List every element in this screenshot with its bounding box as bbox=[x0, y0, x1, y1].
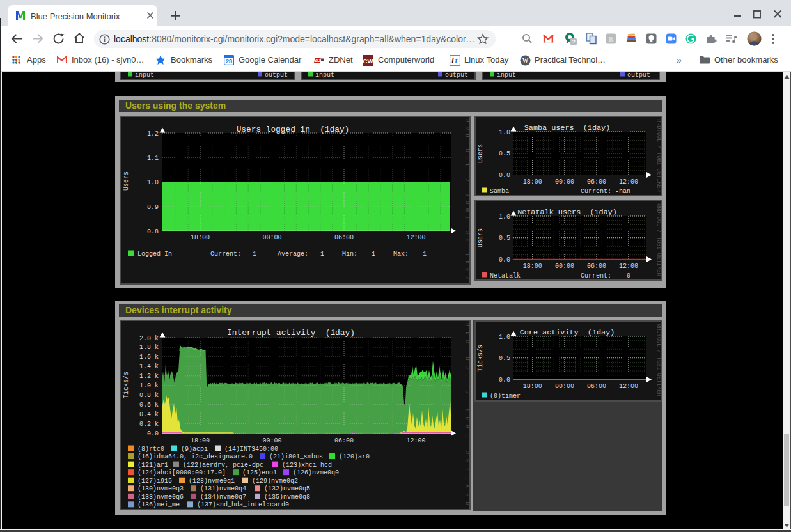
svg-text:(137)snd_hda_intel:card0: (137)snd_hda_intel:card0 bbox=[197, 501, 289, 508]
svg-text:1: 1 bbox=[372, 251, 375, 258]
svg-text:1.0: 1.0 bbox=[499, 129, 510, 136]
svg-text:18:00: 18:00 bbox=[523, 383, 542, 390]
svg-text:(133)nvme0q6: (133)nvme0q6 bbox=[137, 494, 184, 501]
svg-text:(0)timer: (0)timer bbox=[490, 393, 521, 400]
svg-text:28: 28 bbox=[226, 58, 232, 65]
svg-text:12:00: 12:00 bbox=[406, 437, 425, 444]
svg-text:18:00: 18:00 bbox=[523, 263, 542, 270]
svg-text:RRDTOOL / TOBI OETIKER: RRDTOOL / TOBI OETIKER bbox=[655, 324, 661, 397]
svg-text:06:00: 06:00 bbox=[587, 178, 606, 185]
svg-text:CW: CW bbox=[363, 58, 373, 65]
svg-text:ZD: ZD bbox=[315, 58, 320, 63]
svg-text:(127)i915: (127)i915 bbox=[137, 478, 172, 485]
svg-text:0.4 k: 0.4 k bbox=[139, 411, 159, 418]
svg-text:18:00: 18:00 bbox=[523, 178, 542, 185]
svg-text:(122)aerdrv, pcie-dpc: (122)aerdrv, pcie-dpc bbox=[183, 462, 263, 469]
svg-text:Max:: Max: bbox=[393, 251, 409, 258]
svg-text:(135)nvme0q8: (135)nvme0q8 bbox=[264, 494, 310, 501]
svg-text:1.0: 1.0 bbox=[147, 179, 159, 186]
svg-text:0.6 k: 0.6 k bbox=[139, 402, 159, 409]
svg-text:Users logged in (1day): Users logged in (1day) bbox=[237, 125, 350, 134]
svg-text:0.0: 0.0 bbox=[499, 256, 510, 263]
svg-text:18:00: 18:00 bbox=[191, 234, 210, 241]
svg-text:Samba users (1day): Samba users (1day) bbox=[524, 123, 611, 132]
svg-text:(121)ar1: (121)ar1 bbox=[137, 462, 168, 469]
svg-text:2.0 k: 2.0 k bbox=[139, 335, 159, 342]
svg-text:06:00: 06:00 bbox=[334, 437, 354, 444]
svg-text:00:00: 00:00 bbox=[555, 383, 574, 390]
svg-text:(120)ar0: (120)ar0 bbox=[339, 453, 370, 460]
svg-text:Ticks/s: Ticks/s bbox=[123, 372, 130, 398]
svg-text:00:00: 00:00 bbox=[262, 234, 281, 241]
svg-text:input: input bbox=[315, 72, 334, 79]
svg-text:(136)mei_me: (136)mei_me bbox=[137, 501, 180, 508]
svg-text:RRDTOOL / TOBI OETIKER: RRDTOOL / TOBI OETIKER bbox=[464, 323, 469, 506]
svg-text:0.0: 0.0 bbox=[147, 430, 159, 437]
svg-text:(9)acpi: (9)acpi bbox=[181, 446, 208, 453]
svg-text:Current: 0: Current: 0 bbox=[581, 272, 630, 279]
svg-text:(126)nvme0q0: (126)nvme0q0 bbox=[293, 469, 339, 476]
svg-text:0.5: 0.5 bbox=[499, 150, 510, 157]
svg-text:1.2 k: 1.2 k bbox=[139, 373, 159, 380]
svg-text:output: output bbox=[445, 72, 468, 79]
svg-text:RRDTOOL / TOBI OETIKER: RRDTOOL / TOBI OETIKER bbox=[655, 119, 661, 192]
svg-text:1.0: 1.0 bbox=[499, 214, 510, 221]
svg-text:0.0: 0.0 bbox=[499, 377, 510, 384]
svg-text:Core activity (1day): Core activity (1day) bbox=[520, 328, 615, 337]
svg-text:1.4 k: 1.4 k bbox=[139, 363, 159, 370]
svg-text:00:00: 00:00 bbox=[555, 263, 574, 270]
svg-text:0.0: 0.0 bbox=[499, 172, 510, 179]
svg-text:input: input bbox=[497, 72, 516, 79]
svg-text:(16)idma64.0, i2c_designware.0: (16)idma64.0, i2c_designware.0 bbox=[137, 453, 253, 460]
svg-text:Samba: Samba bbox=[490, 188, 509, 195]
svg-text:1: 1 bbox=[253, 251, 256, 258]
svg-text:RRDTOOL / TOBI OETIKER: RRDTOOL / TOBI OETIKER bbox=[655, 203, 661, 277]
svg-text:(131)nvme0q4: (131)nvme0q4 bbox=[200, 485, 246, 492]
svg-text:R: R bbox=[609, 36, 614, 43]
svg-text:0.8: 0.8 bbox=[147, 228, 159, 235]
svg-text:input: input bbox=[135, 72, 154, 79]
svg-text:06:00: 06:00 bbox=[587, 263, 606, 270]
svg-text:Netatalk: Netatalk bbox=[490, 272, 521, 279]
svg-text:1: 1 bbox=[423, 251, 427, 258]
svg-text:(128)nvme0q1: (128)nvme0q1 bbox=[189, 478, 235, 485]
svg-text:(132)nvme0q5: (132)nvme0q5 bbox=[264, 485, 310, 492]
svg-text:W: W bbox=[522, 58, 529, 64]
svg-text:(125)eno1: (125)eno1 bbox=[242, 469, 277, 476]
svg-text:Interrupt activity (1day): Interrupt activity (1day) bbox=[227, 328, 355, 338]
svg-text:0.2 k: 0.2 k bbox=[139, 421, 159, 428]
svg-text:1.2: 1.2 bbox=[147, 130, 159, 137]
svg-text:1.8 k: 1.8 k bbox=[139, 344, 159, 351]
svg-text:?: ? bbox=[572, 38, 576, 45]
svg-text:12:00: 12:00 bbox=[619, 178, 638, 185]
svg-text:1: 1 bbox=[320, 251, 324, 258]
svg-text:12:00: 12:00 bbox=[406, 234, 425, 241]
svg-text:00:00: 00:00 bbox=[555, 178, 574, 185]
svg-text:Min:: Min: bbox=[342, 251, 357, 258]
svg-text:12:00: 12:00 bbox=[619, 383, 638, 390]
svg-text:(8)rtc0: (8)rtc0 bbox=[137, 446, 164, 453]
svg-text:Current:: Current: bbox=[210, 251, 241, 258]
svg-text:Users: Users bbox=[477, 144, 484, 163]
svg-text:(21)i801_smbus: (21)i801_smbus bbox=[269, 453, 323, 460]
svg-text:Logged In: Logged In bbox=[137, 251, 172, 258]
svg-text:00:00: 00:00 bbox=[262, 437, 281, 444]
svg-text:1.1: 1.1 bbox=[147, 155, 159, 162]
svg-text:1.6 k: 1.6 k bbox=[139, 354, 159, 361]
svg-text:12:00: 12:00 bbox=[619, 263, 638, 270]
svg-text:18:00: 18:00 bbox=[191, 437, 210, 444]
svg-text:Ticks/s: Ticks/s bbox=[477, 345, 484, 372]
svg-text:Current: -nan: Current: -nan bbox=[581, 188, 630, 195]
svg-text:(124)ahci[0000:00:17.0]: (124)ahci[0000:00:17.0] bbox=[137, 469, 226, 476]
svg-text:RRDTOOL / TOBI OETIKER: RRDTOOL / TOBI OETIKER bbox=[464, 119, 469, 279]
svg-text:(129)nvme0q2: (129)nvme0q2 bbox=[252, 478, 298, 485]
svg-text:1.0: 1.0 bbox=[499, 334, 510, 341]
svg-text:(123)xhci_hcd: (123)xhci_hcd bbox=[282, 462, 332, 469]
svg-text:Users: Users bbox=[123, 171, 130, 191]
svg-text:(14)INT3450:00: (14)INT3450:00 bbox=[224, 446, 278, 453]
svg-text:Netatalk users (1day): Netatalk users (1day) bbox=[517, 208, 617, 217]
svg-text:06:00: 06:00 bbox=[334, 234, 354, 241]
svg-text:Average:: Average: bbox=[278, 251, 308, 258]
svg-text:06:00: 06:00 bbox=[587, 383, 606, 390]
svg-text:(130)nvme0q3: (130)nvme0q3 bbox=[137, 485, 184, 492]
